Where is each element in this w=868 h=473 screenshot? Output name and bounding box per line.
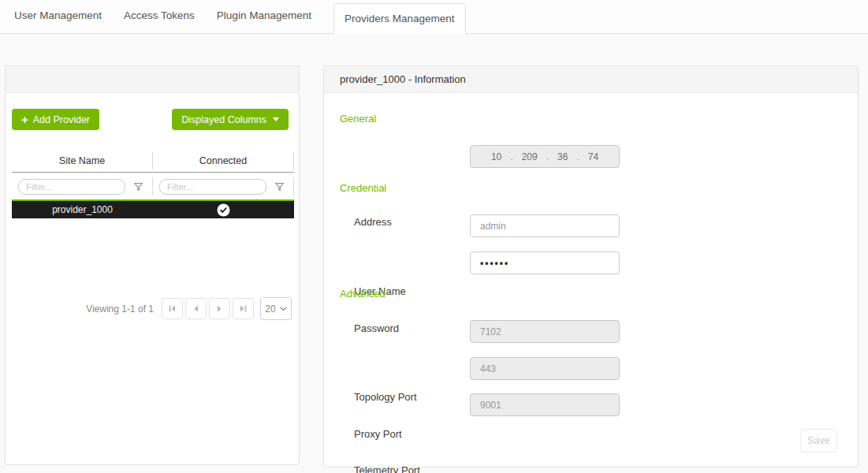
filter-row xyxy=(12,177,294,196)
ip-octet-1: 10 xyxy=(491,151,501,162)
first-page-icon xyxy=(168,304,177,313)
section-heading-general: General xyxy=(340,113,376,125)
pagination-summary: Viewing 1-1 of 1 xyxy=(86,304,154,315)
tab-access-tokens[interactable]: Access Tokens xyxy=(124,0,195,33)
tab-user-management[interactable]: User Management xyxy=(14,0,102,33)
add-provider-label: Add Provider xyxy=(33,114,90,125)
pagination: Viewing 1-1 of 1 xyxy=(86,297,292,320)
providers-list-panel-header xyxy=(6,66,299,93)
tab-providers-management[interactable]: Providers Management xyxy=(333,3,466,34)
password-input[interactable] xyxy=(470,251,620,274)
provider-information-title: provider_1000 - Information xyxy=(340,73,466,85)
ip-separator: . xyxy=(576,151,579,162)
check-circle-icon xyxy=(217,203,230,217)
providers-table-header: Site Name Connected xyxy=(12,149,294,173)
ip-octet-4: 74 xyxy=(588,151,598,162)
cell-connected xyxy=(153,203,294,217)
next-page-button[interactable] xyxy=(209,298,230,319)
provider-information-panel: provider_1000 - Information General Addr… xyxy=(323,65,859,467)
last-page-icon xyxy=(239,304,248,313)
displayed-columns-label: Displayed Columns xyxy=(181,114,266,125)
telemetry-port-label: Telemetry Port xyxy=(354,464,420,473)
add-provider-button[interactable]: + Add Provider xyxy=(12,109,99,130)
ip-separator: . xyxy=(510,151,512,162)
filter-funnel-icon xyxy=(133,182,143,192)
site-name-filter-cell xyxy=(12,179,152,195)
site-name-filter-button[interactable] xyxy=(132,181,145,194)
section-heading-advanced: Advanced xyxy=(340,288,386,300)
caret-down-icon xyxy=(273,117,279,121)
site-name-filter-input[interactable] xyxy=(18,179,125,195)
password-label: Password xyxy=(354,322,399,334)
connected-filter-cell xyxy=(153,179,293,195)
column-divider xyxy=(293,178,294,196)
cell-site-name: provider_1000 xyxy=(12,204,153,215)
providers-management-page: User Management Access Tokens Plugin Man… xyxy=(0,0,868,473)
proxy-port-label: Proxy Port xyxy=(354,428,402,440)
previous-page-icon xyxy=(192,304,199,313)
last-page-button[interactable] xyxy=(233,298,254,319)
column-divider xyxy=(293,152,294,169)
proxy-port-input xyxy=(470,357,620,380)
ip-octet-3: 36 xyxy=(557,151,568,162)
ip-octet-2: 209 xyxy=(522,151,538,162)
tab-plugin-management[interactable]: Plugin Management xyxy=(217,0,311,33)
address-ip-field: 10 . 209 . 36 . 74 xyxy=(470,145,620,168)
first-page-button[interactable] xyxy=(162,298,183,319)
ip-separator: . xyxy=(546,151,549,162)
address-label: Address xyxy=(354,216,392,228)
connected-filter-input[interactable] xyxy=(159,179,266,195)
section-heading-credential: Credential xyxy=(340,182,386,194)
topology-port-input xyxy=(470,320,620,343)
providers-list-panel: + Add Provider Displayed Columns Site Na… xyxy=(5,65,300,465)
providers-table: Site Name Connected xyxy=(12,149,294,218)
column-header-site-name[interactable]: Site Name xyxy=(12,155,152,166)
provider-information-header: provider_1000 - Information xyxy=(324,66,858,93)
page-size-value: 20 xyxy=(265,304,275,315)
displayed-columns-button[interactable]: Displayed Columns xyxy=(172,109,289,130)
user-name-input[interactable] xyxy=(470,214,620,237)
plus-icon: + xyxy=(21,114,28,125)
filter-funnel-icon xyxy=(274,182,285,192)
save-button[interactable]: Save xyxy=(800,429,837,453)
table-row-provider-1000[interactable]: provider_1000 xyxy=(12,199,294,218)
next-page-icon xyxy=(216,304,223,313)
connected-filter-button[interactable] xyxy=(273,181,286,194)
topology-port-label: Topology Port xyxy=(354,391,417,403)
telemetry-port-input xyxy=(470,393,620,416)
top-tab-bar: User Management Access Tokens Plugin Man… xyxy=(0,0,868,34)
chevron-down-icon xyxy=(280,307,287,311)
previous-page-button[interactable] xyxy=(185,298,207,319)
column-header-connected[interactable]: Connected xyxy=(153,155,293,166)
page-size-select[interactable]: 20 xyxy=(260,297,292,320)
